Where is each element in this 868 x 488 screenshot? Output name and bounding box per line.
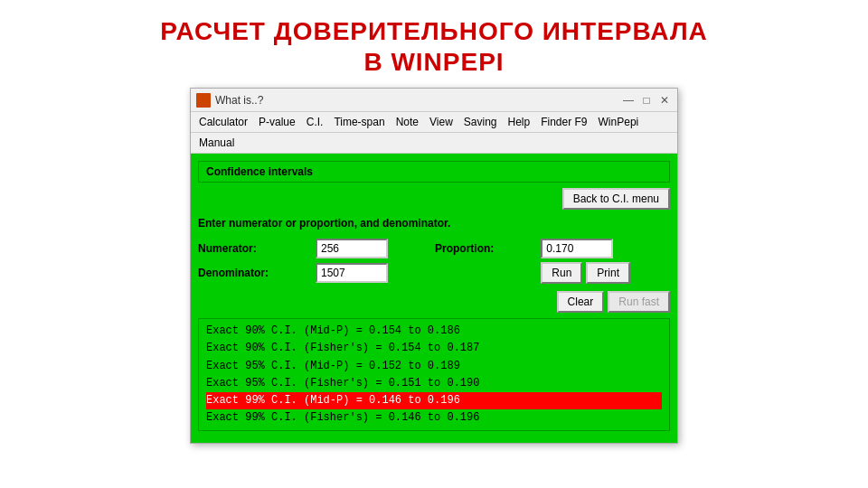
menubar: Calculator P-value C.I. Time-span Note V… <box>191 112 677 133</box>
back-to-ci-menu-button[interactable]: Back to C.I. menu <box>562 188 670 210</box>
denominator-input[interactable] <box>316 263 388 283</box>
numerator-label: Numerator: <box>198 242 308 255</box>
run-fast-button[interactable]: Run fast <box>608 291 670 313</box>
proportion-label: Proportion: <box>435 242 533 255</box>
result-line: Exact 99% C.I. (Fisher's) = 0.146 to 0.1… <box>206 409 662 427</box>
menu-manual[interactable]: Manual <box>194 135 239 151</box>
results-area: Exact 90% C.I. (Mid-P) = 0.154 to 0.186E… <box>198 318 670 431</box>
application-window: What is..? — □ ✕ Calculator P-value C.I.… <box>190 88 678 444</box>
titlebar-controls: — □ ✕ <box>621 93 672 108</box>
menubar-second: Manual <box>191 133 677 154</box>
menu-pvalue[interactable]: P-value <box>254 114 300 130</box>
menu-saving[interactable]: Saving <box>459 114 502 130</box>
proportion-input[interactable] <box>541 239 613 258</box>
close-button[interactable]: ✕ <box>657 93 672 108</box>
menu-view[interactable]: View <box>425 114 458 130</box>
confidence-header: Confidence intervals <box>198 161 670 183</box>
form-grid: Numerator: Proportion: Denominator: Run … <box>198 239 670 284</box>
menu-timespan[interactable]: Time-span <box>329 114 389 130</box>
titlebar-left: What is..? <box>196 93 263 108</box>
result-line: Exact 95% C.I. (Fisher's) = 0.151 to 0.1… <box>206 375 662 392</box>
page-title: РАСЧЕТ ДОВЕРИТЕЛЬНОГО ИНТЕРВАЛА В WINPEP… <box>0 0 868 88</box>
result-line: Exact 99% C.I. (Mid-P) = 0.146 to 0.196 <box>206 392 662 409</box>
menu-note[interactable]: Note <box>392 114 423 130</box>
app-icon <box>196 93 211 108</box>
result-line: Exact 90% C.I. (Fisher's) = 0.154 to 0.1… <box>206 340 662 357</box>
print-button[interactable]: Print <box>586 262 630 284</box>
top-row: Back to C.I. menu <box>198 188 670 210</box>
menu-calculator[interactable]: Calculator <box>194 114 252 130</box>
menu-ci[interactable]: C.I. <box>302 114 328 130</box>
titlebar: What is..? — □ ✕ <box>191 89 677 112</box>
result-line: Exact 95% C.I. (Mid-P) = 0.152 to 0.189 <box>206 358 662 375</box>
clear-button[interactable]: Clear <box>557 291 605 313</box>
instruction-text: Enter numerator or proportion, and denom… <box>198 217 670 230</box>
run-button[interactable]: Run <box>541 262 582 284</box>
numerator-input[interactable] <box>316 239 388 258</box>
menu-help[interactable]: Help <box>504 114 535 130</box>
menu-finder[interactable]: Finder F9 <box>536 114 591 130</box>
maximize-button[interactable]: □ <box>639 93 654 108</box>
window-title: What is..? <box>215 94 263 107</box>
minimize-button[interactable]: — <box>621 93 636 108</box>
menu-winpepi[interactable]: WinPepi <box>594 114 644 130</box>
denominator-label: Denominator: <box>198 267 308 279</box>
button-row: Clear Run fast <box>198 291 670 313</box>
content-area: Confidence intervals Back to C.I. menu E… <box>191 154 677 443</box>
result-line: Exact 90% C.I. (Mid-P) = 0.154 to 0.186 <box>206 323 662 340</box>
